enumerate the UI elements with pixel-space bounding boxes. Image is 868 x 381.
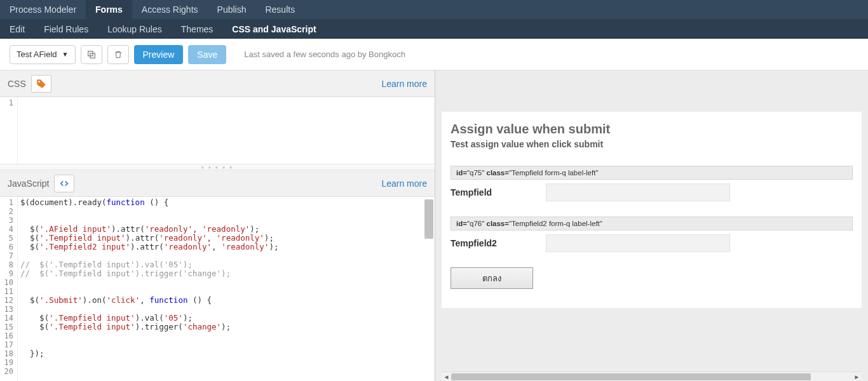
js-section-title: JavaScript (8, 178, 49, 189)
preview-scroll-thumb[interactable] (451, 373, 811, 380)
scroll-left-arrow-icon[interactable]: ◄ (442, 372, 451, 381)
copy-icon (86, 50, 97, 60)
css-section-header: CSS Learn more (0, 70, 435, 97)
preview-form: Assign value when submit Test assign val… (442, 112, 862, 308)
js-code-area[interactable]: $(document).ready(function () { $('.AFie… (18, 197, 435, 381)
css-gutter: 1 (0, 97, 18, 164)
delete-button[interactable] (107, 45, 129, 64)
field1-row: Tempfield (451, 184, 853, 201)
js-tag-button[interactable] (54, 175, 74, 192)
toolbar: Test AField ▼ Preview Save Last saved a … (0, 39, 868, 70)
trash-icon (114, 50, 123, 60)
save-button[interactable]: Save (188, 45, 226, 64)
js-scroll-thumb[interactable] (424, 199, 433, 239)
field2-label: Tempfield2 (451, 238, 546, 248)
last-saved-text: Last saved a few seconds ago by Bongkoch (244, 50, 405, 59)
tab-publish[interactable]: Publish (208, 0, 256, 19)
field1-meta: id="q75" class="Tempfield form-q label-l… (451, 166, 853, 180)
splitter-handle[interactable]: ● ● ● ● ● (0, 164, 435, 170)
tag-icon (36, 79, 46, 89)
top-nav: Process Modeler Forms Access Rights Publ… (0, 0, 868, 19)
tab-results[interactable]: Results (255, 0, 304, 19)
css-learn-more-link[interactable]: Learn more (381, 79, 427, 89)
field2-meta: id="q76" class="Tempfield2 form-q label-… (451, 217, 853, 231)
form-title: Assign value when submit (451, 122, 853, 137)
scroll-right-arrow-icon[interactable]: ► (852, 372, 862, 381)
js-section-header: JavaScript Learn more (0, 170, 435, 197)
css-tag-button[interactable] (31, 75, 51, 93)
preview-h-scrollbar[interactable]: ◄ ► (442, 371, 862, 381)
svg-point-2 (38, 81, 40, 83)
copy-button[interactable] (81, 45, 102, 64)
field2-row: Tempfield2 (451, 234, 853, 252)
js-gutter: 1234567891011121314151617181920 (0, 197, 18, 381)
js-learn-more-link[interactable]: Learn more (381, 178, 427, 189)
sub-nav: Edit Field Rules Lookup Rules Themes CSS… (0, 19, 868, 39)
submit-button[interactable]: ตกลง (451, 267, 533, 289)
subtab-field-rules[interactable]: Field Rules (34, 19, 98, 39)
tab-access-rights[interactable]: Access Rights (132, 0, 208, 19)
css-code-area[interactable] (18, 97, 435, 164)
css-editor[interactable]: 1 (0, 97, 435, 164)
code-icon (60, 179, 69, 188)
preview-button[interactable]: Preview (134, 45, 184, 64)
subtab-edit[interactable]: Edit (0, 19, 34, 39)
field2-input[interactable] (546, 234, 730, 252)
subtab-themes[interactable]: Themes (172, 19, 223, 39)
tab-forms[interactable]: Forms (86, 0, 132, 19)
preview-pane: Assign value when submit Test assign val… (435, 70, 868, 381)
subtab-lookup-rules[interactable]: Lookup Rules (98, 19, 172, 39)
caret-down-icon: ▼ (62, 51, 69, 58)
field1-input[interactable] (546, 184, 730, 201)
form-selector-dropdown[interactable]: Test AField ▼ (10, 45, 76, 64)
css-section-title: CSS (8, 79, 26, 89)
tab-process-modeler[interactable]: Process Modeler (0, 0, 86, 19)
form-subtitle: Test assign value when click submit (451, 139, 853, 149)
editor-pane: CSS Learn more 1 ● ● ● ● ● JavaScri (0, 70, 435, 381)
js-editor[interactable]: 1234567891011121314151617181920 $(docume… (0, 197, 435, 381)
subtab-css-js[interactable]: CSS and JavaScript (222, 19, 325, 39)
field1-label: Tempfield (451, 187, 546, 197)
form-selector-label: Test AField (17, 50, 57, 59)
